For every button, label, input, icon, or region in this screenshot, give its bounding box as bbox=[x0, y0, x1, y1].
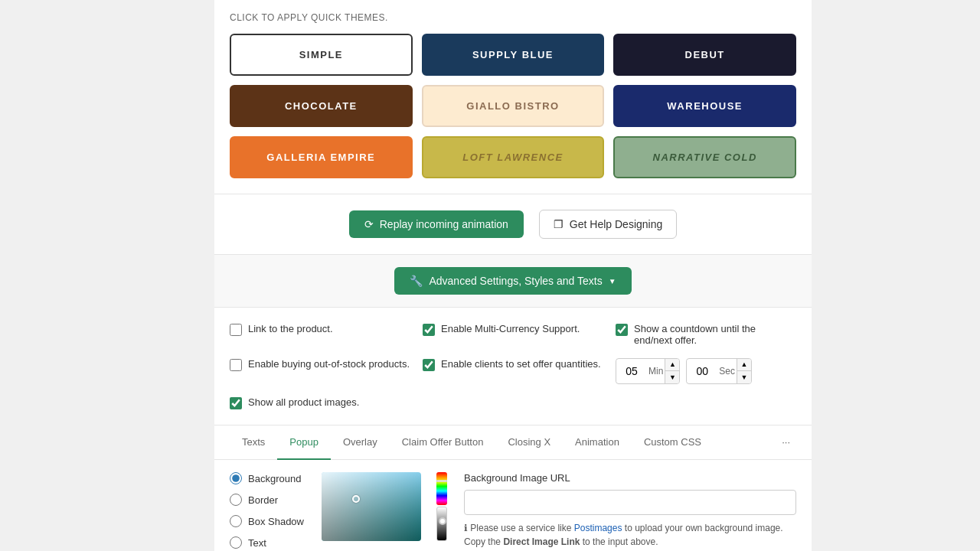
multi-currency-item: Enable Multi-Currency Support. bbox=[423, 323, 603, 336]
client-quantities-checkbox[interactable] bbox=[423, 359, 435, 371]
link-to-product-checkbox[interactable] bbox=[230, 324, 242, 336]
theme-simple-button[interactable]: SIMPLE bbox=[230, 34, 413, 76]
out-of-stock-label[interactable]: Enable buying out-of-stock products. bbox=[248, 358, 410, 370]
color-picker-black-overlay bbox=[322, 472, 421, 541]
radio-background[interactable] bbox=[230, 472, 242, 484]
tab-closing-x[interactable]: Closing X bbox=[495, 425, 563, 460]
timer-min-wrap: Min ▲ ▼ bbox=[616, 358, 680, 384]
radio-text[interactable] bbox=[230, 536, 242, 549]
radio-box-shadow-item: Box Shadow bbox=[230, 515, 306, 527]
tab-more[interactable]: ··· bbox=[776, 425, 796, 459]
info-icon: ℹ bbox=[464, 523, 468, 533]
out-of-stock-checkbox[interactable] bbox=[230, 359, 242, 371]
direct-link-text: Direct Image Link bbox=[503, 536, 580, 547]
checkboxes-section: Link to the product. Enable Multi-Curren… bbox=[214, 308, 812, 425]
checkbox-row-2: Enable buying out-of-stock products. Ena… bbox=[230, 358, 796, 384]
tab-popup[interactable]: Popup bbox=[277, 425, 331, 460]
advanced-settings-section: 🔧 Advanced Settings, Styles and Texts ▼ bbox=[214, 254, 812, 308]
radio-border-label[interactable]: Border bbox=[248, 494, 278, 506]
animation-section: ⟳ Replay incoming animation ❐ Get Help D… bbox=[214, 194, 812, 254]
tabs-header: Texts Popup Overlay Claim Offer Button C… bbox=[214, 425, 812, 460]
opacity-dot bbox=[439, 517, 446, 525]
countdown-checkbox[interactable] bbox=[616, 324, 628, 336]
timer-min-input[interactable] bbox=[616, 360, 647, 382]
bg-url-input[interactable] bbox=[464, 490, 796, 515]
theme-loft-lawrence-button[interactable]: LOFT LAWRENCE bbox=[422, 136, 605, 178]
link-to-product-item: Link to the product. bbox=[230, 323, 410, 336]
countdown-item: Show a countdown until the end/next offe… bbox=[616, 323, 796, 346]
tab-animation[interactable]: Animation bbox=[563, 425, 632, 460]
radio-border-item: Border bbox=[230, 494, 306, 506]
timer-sec-label: Sec bbox=[717, 366, 737, 377]
quick-themes-section: CLICK TO APPLY QUICK THEMES. SIMPLE SUPP… bbox=[214, 0, 812, 194]
timer-min-up[interactable]: ▲ bbox=[665, 359, 679, 371]
advanced-label: Advanced Settings, Styles and Texts bbox=[429, 275, 602, 287]
themes-grid: SIMPLE SUPPLY BLUE DEBUT CHOCOLATE GIALL… bbox=[230, 34, 796, 178]
color-sliders bbox=[436, 472, 449, 541]
theme-narrative-cold-button[interactable]: NARRATIVE COLD bbox=[613, 136, 796, 178]
radio-text-label[interactable]: Text bbox=[248, 537, 266, 549]
advanced-settings-button[interactable]: 🔧 Advanced Settings, Styles and Texts ▼ bbox=[394, 267, 631, 295]
theme-chocolate-button[interactable]: CHOCOLATE bbox=[230, 85, 413, 127]
theme-galleria-empire-button[interactable]: GALLERIA EMPIRE bbox=[230, 136, 413, 178]
tab-custom-css[interactable]: Custom CSS bbox=[632, 425, 714, 460]
wrench-icon: 🔧 bbox=[410, 275, 423, 287]
radio-background-item: Background bbox=[230, 472, 306, 484]
multi-currency-checkbox[interactable] bbox=[423, 324, 435, 336]
timer-sec-arrows: ▲ ▼ bbox=[737, 359, 751, 383]
countdown-label[interactable]: Show a countdown until the end/next offe… bbox=[634, 323, 796, 346]
radio-text-item: Text bbox=[230, 536, 306, 549]
theme-debut-button[interactable]: DEBUT bbox=[613, 34, 796, 76]
timer-min-label: Min bbox=[647, 366, 665, 377]
timer-group: Min ▲ ▼ Sec ▲ ▼ bbox=[616, 358, 796, 384]
postimages-link[interactable]: Postimages bbox=[574, 523, 622, 533]
color-radio-group: Background Border Box Shadow Text bbox=[230, 472, 306, 549]
quick-themes-label: CLICK TO APPLY QUICK THEMES. bbox=[230, 12, 796, 23]
show-all-images-checkbox[interactable] bbox=[230, 397, 242, 409]
tab-texts[interactable]: Texts bbox=[230, 425, 277, 460]
chevron-down-icon: ▼ bbox=[609, 277, 616, 285]
tabs-section: Texts Popup Overlay Claim Offer Button C… bbox=[214, 425, 812, 551]
theme-supply-blue-button[interactable]: SUPPLY BLUE bbox=[422, 34, 605, 76]
bg-url-section: Background Image URL ℹ Please use a serv… bbox=[464, 472, 796, 549]
opacity-slider[interactable] bbox=[436, 507, 447, 541]
hue-cursor bbox=[436, 480, 447, 482]
get-help-button[interactable]: ❐ Get Help Designing bbox=[539, 210, 677, 239]
replay-icon: ⟳ bbox=[364, 218, 374, 230]
timer-min-arrows: ▲ ▼ bbox=[665, 359, 679, 383]
client-quantities-label[interactable]: Enable clients to set offer quantities. bbox=[441, 358, 601, 370]
replay-animation-button[interactable]: ⟳ Replay incoming animation bbox=[349, 210, 524, 238]
out-of-stock-item: Enable buying out-of-stock products. bbox=[230, 358, 410, 371]
bg-url-note: ℹ Please use a service like Postimages t… bbox=[464, 521, 796, 549]
link-to-product-label[interactable]: Link to the product. bbox=[248, 323, 333, 334]
help-label: Get Help Designing bbox=[570, 218, 662, 230]
show-all-images-label[interactable]: Show all product images. bbox=[248, 396, 359, 408]
note-text-3: to the input above. bbox=[583, 536, 658, 547]
color-section: Background Border Box Shadow Text bbox=[214, 460, 812, 551]
hue-slider[interactable] bbox=[436, 472, 447, 505]
color-picker-area[interactable] bbox=[322, 472, 421, 541]
radio-box-shadow-label[interactable]: Box Shadow bbox=[248, 516, 304, 527]
color-picker-cursor bbox=[352, 495, 360, 503]
show-all-images-item: Show all product images. bbox=[230, 396, 410, 409]
multi-currency-label[interactable]: Enable Multi-Currency Support. bbox=[441, 323, 580, 334]
radio-box-shadow[interactable] bbox=[230, 515, 242, 527]
tab-overlay[interactable]: Overlay bbox=[331, 425, 390, 460]
external-link-icon: ❐ bbox=[554, 218, 564, 230]
checkbox-row-3: Show all product images. bbox=[230, 396, 796, 409]
theme-giallo-bistro-button[interactable]: GIALLO BISTRO bbox=[422, 85, 605, 127]
tab-claim-offer-button[interactable]: Claim Offer Button bbox=[390, 425, 496, 460]
timer-sec-input[interactable] bbox=[687, 360, 717, 382]
theme-warehouse-button[interactable]: WAREHOUSE bbox=[613, 85, 796, 127]
timer-sec-down[interactable]: ▼ bbox=[737, 371, 751, 383]
radio-background-label[interactable]: Background bbox=[248, 473, 301, 484]
timer-min-down[interactable]: ▼ bbox=[665, 371, 679, 383]
timer-sec-wrap: Sec ▲ ▼ bbox=[686, 358, 752, 384]
note-text-1: Please use a service like bbox=[470, 523, 571, 533]
timer-sec-up[interactable]: ▲ bbox=[737, 359, 751, 371]
bg-url-label: Background Image URL bbox=[464, 472, 796, 484]
client-quantities-item: Enable clients to set offer quantities. bbox=[423, 358, 603, 371]
checkbox-row-1: Link to the product. Enable Multi-Curren… bbox=[230, 323, 796, 346]
color-picker-gradient bbox=[322, 472, 421, 541]
radio-border[interactable] bbox=[230, 494, 242, 506]
